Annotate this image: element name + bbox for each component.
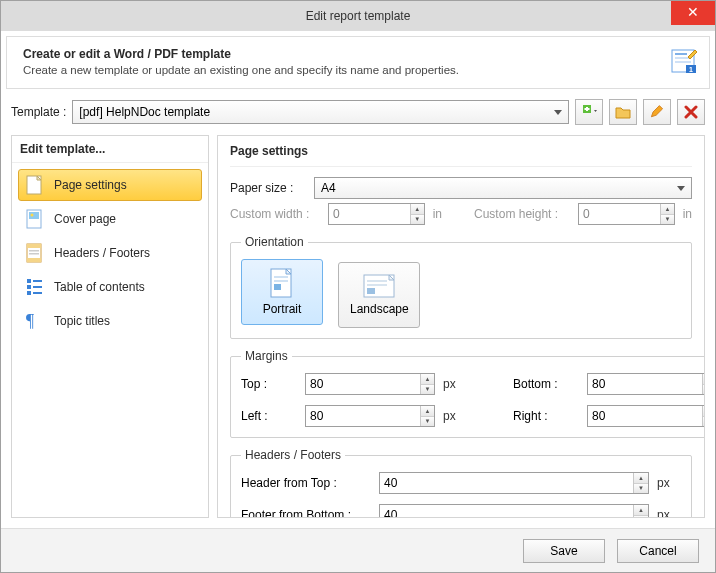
margin-bottom-field[interactable] <box>588 374 702 394</box>
header-title: Create or edit a Word / PDF template <box>23 47 693 61</box>
landscape-label: Landscape <box>350 302 409 316</box>
new-template-button[interactable] <box>575 99 603 125</box>
landscape-button[interactable]: Landscape <box>338 262 420 328</box>
window-title: Edit report template <box>306 9 411 23</box>
svg-text:¶: ¶ <box>26 311 34 331</box>
margin-top-input[interactable]: ▲▼ <box>305 373 435 395</box>
sidebar-item-label: Headers / Footers <box>54 246 150 260</box>
svg-rect-17 <box>29 253 39 255</box>
margin-bottom-input[interactable]: ▲▼ <box>587 373 705 395</box>
margin-top-field[interactable] <box>306 374 420 394</box>
step-up-icon[interactable]: ▲ <box>634 473 648 484</box>
margin-bottom-label: Bottom : <box>513 377 579 391</box>
footer-from-bottom-field[interactable] <box>380 505 633 518</box>
toc-icon <box>26 277 44 297</box>
svg-rect-20 <box>27 291 31 295</box>
margin-right-input[interactable]: ▲▼ <box>587 405 705 427</box>
step-up-icon[interactable]: ▲ <box>421 374 434 385</box>
step-down-icon[interactable]: ▼ <box>634 516 648 519</box>
step-up-icon[interactable]: ▲ <box>703 406 705 417</box>
orientation-legend: Orientation <box>241 235 308 249</box>
header-from-top-label: Header from Top : <box>241 476 371 490</box>
save-button[interactable]: Save <box>523 539 605 563</box>
headers-footers-icon <box>26 243 44 263</box>
sidebar-item-toc[interactable]: Table of contents <box>18 271 202 303</box>
unit-px: px <box>443 409 467 423</box>
unit-in: in <box>683 207 692 221</box>
margin-left-input[interactable]: ▲▼ <box>305 405 435 427</box>
step-down-icon: ▼ <box>661 215 674 225</box>
portrait-label: Portrait <box>263 302 302 316</box>
delete-button[interactable] <box>677 99 705 125</box>
paper-size-label: Paper size : <box>230 181 306 195</box>
paragraph-icon: ¶ <box>26 311 44 331</box>
margin-left-label: Left : <box>241 409 297 423</box>
custom-width-input: ▲▼ <box>328 203 425 225</box>
headers-footers-group: Headers / Footers Header from Top : ▲▼ p… <box>230 448 692 518</box>
footer-from-bottom-input[interactable]: ▲▼ <box>379 504 649 518</box>
step-up-icon[interactable]: ▲ <box>634 505 648 516</box>
step-down-icon[interactable]: ▼ <box>703 417 705 427</box>
step-down-icon[interactable]: ▼ <box>421 385 434 395</box>
template-select[interactable]: [pdf] HelpNDoc template <box>72 100 569 124</box>
custom-width-label: Custom width : <box>230 207 320 221</box>
header-from-top-field[interactable] <box>380 473 633 493</box>
custom-height-input: ▲▼ <box>578 203 675 225</box>
header-from-top-input[interactable]: ▲▼ <box>379 472 649 494</box>
svg-rect-28 <box>274 284 281 290</box>
portrait-icon <box>270 268 294 298</box>
sidebar-item-cover-page[interactable]: Cover page <box>18 203 202 235</box>
sidebar-item-headers-footers[interactable]: Headers / Footers <box>18 237 202 269</box>
page-icon <box>26 175 44 195</box>
margins-group: Margins Top : ▲▼ px Bottom : ▲▼ px Left … <box>230 349 705 438</box>
portrait-button[interactable]: Portrait <box>241 259 323 325</box>
step-up-icon[interactable]: ▲ <box>703 374 705 385</box>
margin-right-label: Right : <box>513 409 579 423</box>
unit-px: px <box>657 476 681 490</box>
main-title: Page settings <box>230 142 692 167</box>
margin-right-field[interactable] <box>588 406 702 426</box>
template-value: [pdf] HelpNDoc template <box>79 105 210 119</box>
main-panel: Page settings Paper size : A4 Custom wid… <box>217 135 705 518</box>
svg-rect-23 <box>33 292 42 294</box>
sidebar-item-topic-titles[interactable]: ¶ Topic titles <box>18 305 202 337</box>
step-up-icon: ▲ <box>411 204 424 215</box>
step-up-icon[interactable]: ▲ <box>421 406 434 417</box>
svg-rect-3 <box>675 61 691 63</box>
custom-height-field <box>579 204 660 224</box>
hf-legend: Headers / Footers <box>241 448 345 462</box>
close-button[interactable]: ✕ <box>671 1 715 25</box>
margin-left-field[interactable] <box>306 406 420 426</box>
chevron-down-icon <box>677 186 685 191</box>
svg-rect-27 <box>274 280 288 282</box>
template-edit-icon: 1 <box>671 47 699 75</box>
step-down-icon[interactable]: ▼ <box>421 417 434 427</box>
cancel-button[interactable]: Cancel <box>617 539 699 563</box>
header-panel: Create or edit a Word / PDF template Cre… <box>6 36 710 89</box>
svg-rect-26 <box>274 276 288 278</box>
step-down-icon: ▼ <box>411 215 424 225</box>
custom-height-label: Custom height : <box>474 207 570 221</box>
margins-legend: Margins <box>241 349 292 363</box>
svg-rect-30 <box>367 280 387 282</box>
template-label: Template : <box>11 105 66 119</box>
sidebar-item-page-settings[interactable]: Page settings <box>18 169 202 201</box>
open-folder-button[interactable] <box>609 99 637 125</box>
edit-pencil-button[interactable] <box>643 99 671 125</box>
margin-top-label: Top : <box>241 377 297 391</box>
svg-text:1: 1 <box>689 66 693 73</box>
svg-rect-19 <box>27 285 31 289</box>
unit-px: px <box>657 508 681 518</box>
header-subtitle: Create a new template or update an exist… <box>23 64 693 76</box>
paper-size-select[interactable]: A4 <box>314 177 692 199</box>
step-down-icon[interactable]: ▼ <box>634 484 648 494</box>
paper-size-value: A4 <box>321 181 336 195</box>
svg-rect-18 <box>27 279 31 283</box>
svg-point-12 <box>31 214 34 217</box>
svg-rect-8 <box>585 108 590 110</box>
svg-rect-21 <box>33 280 42 282</box>
orientation-group: Orientation Portrait Landscape <box>230 235 692 339</box>
svg-rect-15 <box>27 258 41 262</box>
sidebar-item-label: Cover page <box>54 212 116 226</box>
step-down-icon[interactable]: ▼ <box>703 385 705 395</box>
